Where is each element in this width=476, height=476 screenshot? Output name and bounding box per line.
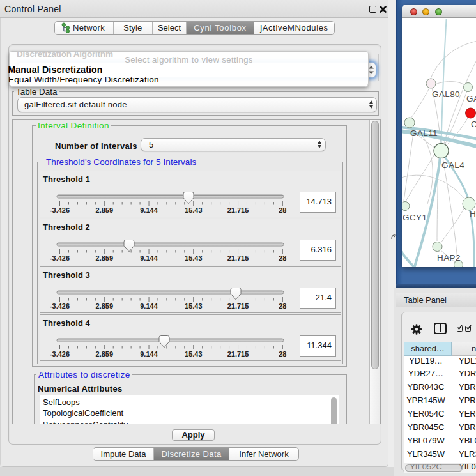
svg-text:21.715: 21.715 [227,350,249,358]
svg-text:9.144: 9.144 [140,302,158,310]
svg-text:15.43: 15.43 [185,254,203,262]
svg-text:2.859: 2.859 [96,350,114,358]
svg-text:15.43: 15.43 [185,206,203,214]
svg-text:2.859: 2.859 [96,302,114,310]
svg-text:28: 28 [279,254,286,262]
svg-text:9.144: 9.144 [140,206,158,214]
svg-text:C: C [471,119,476,129]
svg-text:GCY1: GCY1 [403,213,427,222]
svg-text:21.715: 21.715 [227,206,249,214]
svg-text:9.144: 9.144 [140,350,158,358]
svg-text:-3.426: -3.426 [50,350,70,358]
svg-text:HAP2: HAP2 [437,253,461,263]
svg-text:-3.426: -3.426 [50,302,70,310]
svg-text:GA: GA [466,94,476,104]
svg-text:GAL4: GAL4 [441,160,464,170]
svg-text:21.715: 21.715 [227,302,249,310]
svg-text:28: 28 [279,302,286,310]
svg-text:28: 28 [279,206,286,214]
svg-text:15.43: 15.43 [185,350,203,358]
svg-text:-3.426: -3.426 [50,206,70,214]
svg-text:GAL11: GAL11 [410,128,438,138]
svg-text:21.715: 21.715 [227,254,249,262]
svg-text:2.859: 2.859 [96,206,114,214]
svg-text:-3.426: -3.426 [50,254,70,262]
svg-text:2.859: 2.859 [96,254,114,262]
svg-text:28: 28 [279,350,286,358]
svg-text:GAL80: GAL80 [432,89,460,99]
svg-text:H: H [470,209,476,219]
svg-text:15.43: 15.43 [185,302,203,310]
svg-text:9.144: 9.144 [140,254,158,262]
